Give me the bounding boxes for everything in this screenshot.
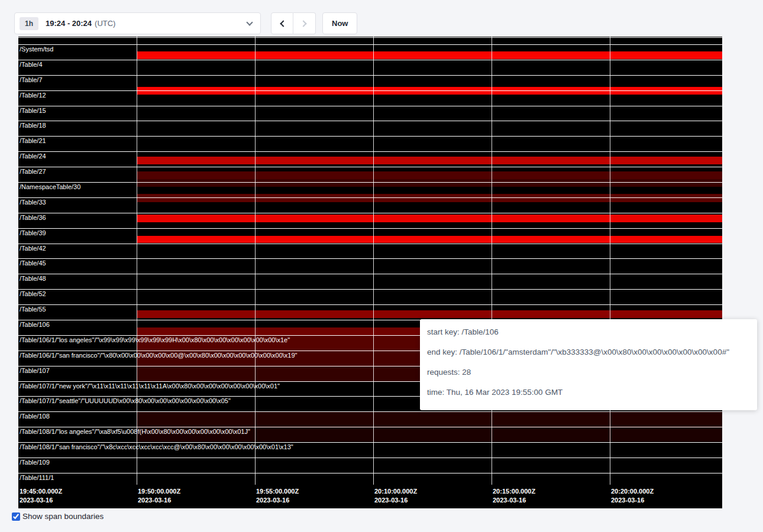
- axis-time-label: 19:55:00.000Z2023-03-16: [256, 487, 299, 505]
- axis-time: 20:20:00.000Z: [611, 487, 654, 496]
- tooltip-requests: requests: 28: [427, 367, 749, 377]
- range-duration-badge: 1h: [20, 17, 38, 30]
- span-boundary-line: [18, 442, 722, 443]
- range-timezone: (UTC): [95, 19, 115, 28]
- row-label: /Table/52: [20, 290, 46, 297]
- prev-range-button[interactable]: [271, 12, 293, 34]
- heat-band[interactable]: [137, 157, 722, 164]
- span-boundary-line: [18, 411, 722, 412]
- row-label: /Table/4: [20, 61, 43, 68]
- tooltip-end-key: end key: /Table/106/1/"amsterdam"/"\xb33…: [427, 347, 749, 357]
- time-gridline: [492, 37, 492, 485]
- tooltip-time: time: Thu, 16 Mar 2023 19:55:00 GMT: [427, 387, 749, 397]
- axis-date: 2023-03-16: [256, 496, 299, 505]
- row-label: /NamespaceTable/30: [20, 183, 80, 190]
- row-label: /Table/39: [20, 229, 46, 236]
- row-label: /Table/107/1/"seattle"/"UUUUUUD\x00\x80\…: [20, 397, 231, 404]
- chevron-down-icon: [246, 19, 253, 25]
- row-label: /Table/45: [20, 259, 46, 267]
- span-boundary-line: [18, 44, 722, 45]
- heat-band[interactable]: [137, 215, 722, 222]
- axis-date: 2023-03-16: [611, 496, 654, 505]
- axis-time-label: 19:50:00.000Z2023-03-16: [138, 487, 180, 505]
- heat-band[interactable]: [137, 194, 722, 202]
- span-boundary-line: [18, 244, 722, 244]
- row-label: /Table/107/1/"new york"/"\x11\x11\x11\x1…: [20, 382, 280, 390]
- row-label: /Table/111/1: [20, 474, 54, 481]
- span-boundary-line: [18, 136, 722, 137]
- time-range-selector[interactable]: 1h 19:24 - 20:24 (UTC): [14, 12, 261, 34]
- row-label: /Table/15: [20, 107, 46, 114]
- span-boundary-line: [18, 458, 722, 458]
- chevron-left-icon: [280, 20, 286, 27]
- axis-time: 20:15:00.000Z: [493, 487, 535, 496]
- span-boundary-line: [18, 37, 722, 38]
- key-visualizer-canvas[interactable]: /System/tsd/Table/4/Table/7/Table/12/Tab…: [18, 37, 722, 508]
- span-boundary-line: [18, 167, 722, 167]
- axis-date: 2023-03-16: [20, 496, 62, 505]
- show-span-boundaries-checkbox[interactable]: [12, 512, 20, 521]
- axis-time: 19:50:00.000Z: [138, 487, 180, 496]
- axis-date: 2023-03-16: [493, 496, 535, 505]
- span-boundary-line: [18, 304, 722, 305]
- span-boundary-line: [18, 274, 722, 274]
- row-label: /Table/48: [20, 275, 46, 282]
- heat-band[interactable]: [137, 179, 722, 187]
- chevron-right-icon: [300, 20, 306, 27]
- footer-controls: Show span boundaries: [12, 512, 104, 521]
- heat-band[interactable]: [137, 236, 722, 243]
- time-nav-group: [271, 12, 316, 34]
- heat-band[interactable]: [137, 51, 722, 59]
- heat-band[interactable]: [137, 171, 722, 179]
- row-label: /Table/106: [20, 321, 50, 328]
- row-label: /Table/108: [20, 413, 50, 420]
- span-boundary-line: [18, 75, 722, 76]
- now-button[interactable]: Now: [322, 12, 357, 34]
- tooltip-start-key: start key: /Table/106: [427, 327, 749, 337]
- row-label: /Table/33: [20, 199, 46, 206]
- span-boundary-line: [18, 90, 722, 91]
- axis-time-label: 20:20:00.000Z2023-03-16: [611, 487, 654, 505]
- row-label: /Table/24: [20, 153, 46, 160]
- span-boundary-line: [18, 121, 722, 121]
- row-label: /Table/109: [20, 459, 50, 466]
- row-label: /Table/12: [20, 92, 46, 99]
- axis-time: 19:45:00.000Z: [20, 487, 62, 496]
- axis-time: 19:55:00.000Z: [256, 487, 299, 496]
- row-label: /Table/106/1/"san francisco"/"\x80\x00\x…: [20, 352, 298, 359]
- row-label: /Table/36: [20, 214, 46, 221]
- row-label: /Table/55: [20, 306, 46, 313]
- row-label: /Table/7: [20, 76, 43, 83]
- axis-time-label: 20:15:00.000Z2023-03-16: [493, 487, 535, 505]
- heat-band[interactable]: [137, 411, 722, 427]
- span-boundary-line: [18, 197, 722, 198]
- axis-time-label: 20:10:00.000Z2023-03-16: [374, 487, 417, 505]
- row-label: /Table/42: [20, 245, 46, 252]
- show-span-boundaries-label: Show span boundaries: [22, 512, 104, 521]
- span-boundary-line: [18, 473, 722, 473]
- time-gridline: [610, 37, 610, 485]
- axis-time-label: 19:45:00.000Z2023-03-16: [20, 487, 62, 505]
- time-gridline: [373, 37, 374, 485]
- span-tooltip: start key: /Table/106 end key: /Table/10…: [420, 319, 757, 410]
- span-boundary-line: [18, 258, 722, 259]
- row-label: /Table/107: [20, 367, 50, 374]
- heat-band[interactable]: [137, 310, 722, 318]
- row-label: /Table/108/1/"san francisco"/"\x8c\xcc\x…: [20, 443, 293, 450]
- next-range-button[interactable]: [293, 12, 316, 34]
- span-boundary-line: [18, 151, 722, 152]
- row-label: /System/tsd: [20, 46, 53, 53]
- axis-date: 2023-03-16: [138, 496, 180, 505]
- span-boundary-line: [18, 213, 722, 213]
- span-boundary-line: [18, 60, 722, 60]
- span-boundary-line: [18, 228, 722, 229]
- row-label: /Table/21: [20, 137, 46, 144]
- span-boundary-line: [18, 289, 722, 290]
- axis-date: 2023-03-16: [374, 496, 417, 505]
- span-boundary-line: [18, 182, 722, 183]
- time-gridline: [255, 37, 256, 485]
- row-label: /Table/108/1/"los angeles"/"\xa8\xf5\u00…: [20, 428, 250, 435]
- row-label: /Table/27: [20, 168, 46, 175]
- span-boundary-line: [18, 427, 722, 427]
- time-gridline: [137, 37, 137, 485]
